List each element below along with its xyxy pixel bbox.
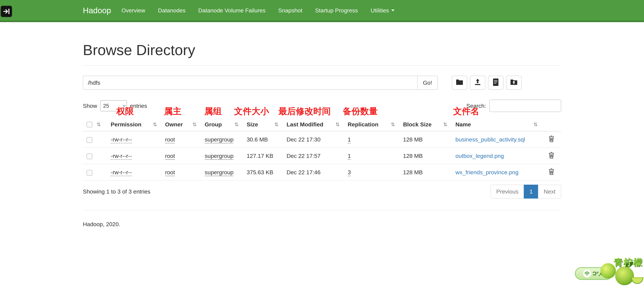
path-input-group: Go! [83, 76, 438, 90]
replication-link[interactable]: 1 [348, 153, 351, 160]
table-zone: Show 25 entries Search: 权限 属主 属组 文件大小 最后… [83, 99, 561, 198]
header-permission[interactable]: Permission⇅ [107, 118, 162, 131]
file-link[interactable]: wx_friends_province.png [455, 169, 518, 175]
header-replication[interactable]: Replication⇅ [344, 118, 400, 131]
row-checkbox[interactable] [86, 137, 92, 143]
table-row: -rw-r--r-- root supergroup 375.63 KB Dec… [83, 164, 561, 180]
trash-icon[interactable] [548, 136, 554, 144]
sidebar-toggle-icon[interactable] [1, 6, 12, 17]
permission-link[interactable]: -rw-r--r-- [111, 136, 132, 143]
nav-startup-progress[interactable]: Startup Progress [309, 7, 364, 14]
nav-snapshot[interactable]: Snapshot [272, 7, 309, 14]
nav-overview[interactable]: Overview [115, 7, 152, 14]
sort-icon[interactable]: ⇅ [96, 122, 101, 127]
toolbar-buttons [452, 76, 522, 90]
folder-upload-icon [510, 79, 518, 87]
file-link[interactable]: business_public_activity.sql [455, 136, 525, 143]
modified-cell: Dec 22 17:57 [283, 148, 344, 164]
row-checkbox[interactable] [86, 170, 92, 176]
replication-link[interactable]: 1 [348, 136, 351, 143]
size-cell: 30.6 MB [243, 131, 283, 148]
table-footer: Showing 1 to 3 of 3 entries Previous 1 N… [83, 185, 561, 198]
blocksize-cell: 128 MB [400, 148, 452, 164]
upload-file-button[interactable] [470, 76, 485, 90]
navbar: Hadoop Overview Datanodes Datanode Volum… [0, 0, 644, 22]
size-cell: 127.17 KB [243, 148, 283, 164]
sort-icon[interactable]: ⇅ [192, 122, 196, 127]
sort-icon[interactable]: ⇅ [534, 122, 538, 127]
move-file-button[interactable] [506, 76, 522, 90]
header-owner[interactable]: Owner⇅ [162, 118, 201, 131]
sort-icon[interactable]: ⇅ [234, 122, 239, 127]
header-last-modified[interactable]: Last Modified⇅ [283, 118, 344, 131]
nav-utilities-label: Utilities [371, 7, 389, 14]
row-checkbox[interactable] [86, 153, 92, 159]
pagination-previous[interactable]: Previous [490, 185, 524, 198]
file-table: ⇅ Permission⇅ Owner⇅ Group⇅ Size⇅ Last M… [83, 118, 561, 181]
lime-graphic [600, 263, 616, 279]
caret-down-icon [391, 9, 394, 11]
header-actions [542, 118, 561, 131]
sort-icon[interactable]: ⇅ [336, 122, 340, 127]
create-directory-button[interactable] [452, 76, 467, 90]
pagination: Previous 1 Next [490, 185, 561, 198]
sort-icon[interactable]: ⇅ [274, 122, 278, 127]
nav-datanodes[interactable]: Datanodes [152, 7, 192, 14]
nav-utilities-dropdown[interactable]: Utilities [364, 7, 401, 14]
table-row: -rw-r--r-- root supergroup 127.17 KB Dec… [83, 148, 561, 164]
header-group[interactable]: Group⇅ [201, 118, 243, 131]
permission-link[interactable]: -rw-r--r-- [111, 153, 132, 160]
permission-link[interactable]: -rw-r--r-- [111, 169, 132, 176]
table-row: -rw-r--r-- root supergroup 30.6 MB Dec 2… [83, 131, 561, 148]
trash-icon[interactable] [548, 168, 554, 176]
footer-divider [83, 210, 561, 210]
group-link[interactable]: supergroup [204, 136, 234, 143]
watermark-badge-circle: 中 [583, 270, 591, 278]
sort-icon[interactable]: ⇅ [153, 122, 157, 127]
modified-cell: Dec 22 17:46 [283, 164, 344, 180]
group-link[interactable]: supergroup [204, 153, 234, 160]
group-link[interactable]: supergroup [204, 169, 234, 176]
trash-icon[interactable] [548, 152, 554, 160]
select-all-checkbox[interactable] [86, 122, 92, 127]
search-label: Search: [466, 103, 486, 109]
header-name[interactable]: Name⇅ [452, 118, 542, 131]
table-info: Showing 1 to 3 of 3 entries [83, 188, 150, 195]
lime-graphic [615, 267, 634, 285]
go-button[interactable]: Go! [417, 76, 438, 90]
lime-wedge-graphic [631, 277, 643, 284]
header-size[interactable]: Size⇅ [243, 118, 283, 131]
entries-select[interactable]: 25 [100, 100, 127, 111]
show-entries-control: Show 25 entries [83, 100, 147, 111]
folder-icon [456, 79, 464, 87]
page-title: Browse Directory [83, 41, 561, 59]
watermark-title: 青柠檬 [614, 257, 643, 269]
owner-link[interactable]: root [165, 136, 175, 143]
search-control: Search: [466, 100, 561, 112]
size-cell: 375.63 KB [243, 164, 283, 180]
nav-datanode-volume-failures[interactable]: Datanode Volume Failures [192, 7, 272, 14]
search-input[interactable] [489, 100, 561, 112]
blocksize-cell: 128 MB [400, 131, 452, 148]
hadoop-explorer-page: Hadoop Overview Datanodes Datanode Volum… [0, 0, 644, 302]
entries-label: entries [130, 103, 147, 109]
owner-link[interactable]: root [165, 153, 175, 160]
owner-link[interactable]: root [165, 169, 175, 176]
table-header-row: ⇅ Permission⇅ Owner⇅ Group⇅ Size⇅ Last M… [83, 118, 561, 131]
blocksize-cell: 128 MB [400, 164, 452, 180]
file-link[interactable]: outbox_legend.png [455, 153, 504, 159]
sort-icon[interactable]: ⇅ [443, 122, 447, 127]
title-divider [83, 65, 561, 66]
pagination-next[interactable]: Next [538, 185, 561, 198]
replication-link[interactable]: 3 [348, 169, 351, 176]
sort-icon[interactable]: ⇅ [391, 122, 395, 127]
watermark: 中 Ɔ°‚O 青柠檬 [575, 257, 644, 288]
pagination-page-1[interactable]: 1 [524, 185, 538, 198]
file-info-button[interactable] [488, 76, 504, 90]
show-label: Show [83, 103, 97, 109]
header-block-size[interactable]: Block Size⇅ [400, 118, 452, 131]
modified-cell: Dec 22 17:30 [283, 131, 344, 148]
navbar-brand[interactable]: Hadoop [83, 6, 111, 15]
path-input[interactable] [83, 76, 417, 90]
upload-icon [474, 79, 482, 87]
